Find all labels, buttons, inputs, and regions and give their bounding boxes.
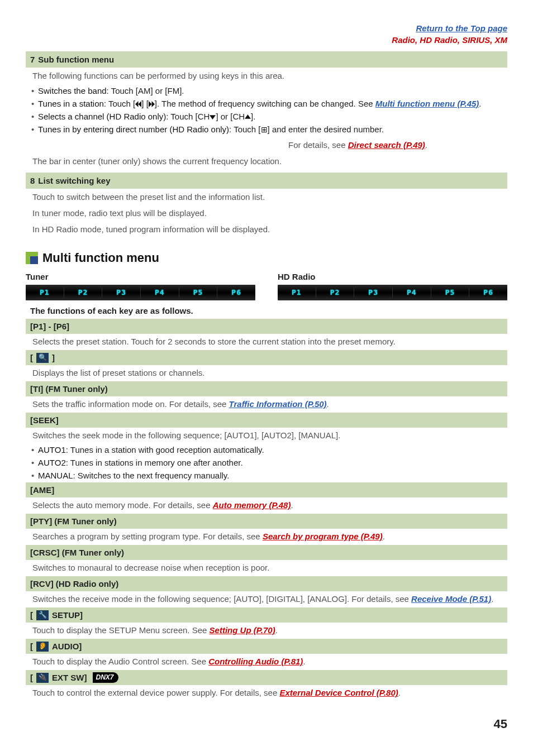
- key-setup-header: [🔧 SETUP]: [26, 607, 507, 623]
- bullet-direct-number: Tunes in by entering direct number (HD R…: [32, 123, 507, 136]
- section-7-list: Switches the band: Touch [AM] or [FM]. T…: [26, 85, 507, 109]
- plug-icon: 🔌: [36, 673, 49, 683]
- preset-p6[interactable]: P6: [469, 288, 507, 298]
- down-icon: [210, 112, 216, 121]
- dnx-badge: DNX7: [93, 672, 118, 683]
- key-ame-body: Selects the auto memory mode. For detail…: [26, 497, 507, 513]
- section-7-number: 7: [30, 55, 35, 64]
- key-rcv-body: Switches the receive mode in the followi…: [26, 591, 507, 606]
- section-8-title: List switching key: [38, 176, 110, 185]
- bullet-tune-station: Tunes in a station: Touch [] []. The met…: [32, 98, 507, 109]
- key-seek-list: AUTO1: Tunes in a station with good rece…: [26, 444, 507, 481]
- svg-marker-4: [210, 115, 216, 119]
- svg-marker-0: [135, 101, 139, 107]
- key-pty-body: Searches a program by setting program ty…: [26, 529, 507, 544]
- link-receive-mode[interactable]: Receive Mode (P.51): [411, 594, 491, 604]
- preset-p2[interactable]: P2: [64, 288, 102, 298]
- multi-function-heading: Multi function menu: [26, 250, 507, 267]
- text: ]. The method of frequency switching can…: [155, 99, 375, 108]
- key-rcv-header: [RCV] (HD Radio only): [26, 576, 507, 591]
- text: ] and enter the desired number.: [268, 125, 384, 134]
- key-audio-body: Touch to display the Audio Control scree…: [26, 654, 507, 669]
- key-seek-header: [SEEK]: [26, 413, 507, 428]
- section-7-list-cont: Selects a channel (HD Radio only): Touch…: [26, 111, 507, 136]
- section-8-l2: In tuner mode, radio text plus will be d…: [26, 205, 507, 221]
- link-traffic[interactable]: Traffic Information (P.50): [229, 399, 327, 409]
- link-pty[interactable]: Search by program type (P.49): [263, 532, 383, 541]
- svg-marker-2: [149, 101, 152, 107]
- seek-auto2: AUTO2: Tunes in stations in memory one a…: [32, 457, 507, 468]
- page-number: 45: [26, 716, 507, 733]
- ear-icon: 👂: [36, 642, 49, 652]
- heading-bullet-icon: [26, 252, 38, 264]
- keypad-icon: [261, 125, 268, 134]
- preset-p4[interactable]: P4: [140, 288, 179, 298]
- link-auto-memory[interactable]: Auto memory (P.48): [213, 500, 291, 510]
- bar-note: The bar in center (tuner only) shows the…: [26, 153, 507, 169]
- preset-p4[interactable]: P4: [392, 288, 431, 298]
- section-8-l3: In HD Radio mode, tuned program informat…: [26, 221, 507, 237]
- hd-label: HD Radio: [278, 271, 507, 283]
- multi-function-title: Multi function menu: [42, 250, 159, 267]
- section-8-l1: Touch to switch between the preset list …: [26, 189, 507, 205]
- hd-column: HD Radio P1 P2 P3 P4 P5 P6: [278, 271, 507, 300]
- preset-p3[interactable]: P3: [102, 288, 140, 298]
- direct-number-detail: For details, see Direct search (P.49).: [26, 137, 507, 153]
- label: Switches the band: [38, 86, 107, 95]
- key-audio-header: [👂 AUDIO]: [26, 639, 507, 654]
- link-direct-search[interactable]: Direct search (P.49): [348, 140, 425, 150]
- preset-p5[interactable]: P5: [179, 288, 217, 298]
- tuner-preset-bar: P1 P2 P3 P4 P5 P6: [26, 285, 255, 300]
- text: : Touch [AM] or [FM].: [107, 86, 184, 95]
- return-link[interactable]: Return to the Top page: [26, 22, 507, 34]
- label: Tunes in by entering direct number (HD R…: [38, 125, 229, 134]
- key-p1p6-body: Selects the preset station. Touch for 2 …: [26, 334, 507, 349]
- page-header: Return to the Top page Radio, HD Radio, …: [26, 22, 507, 46]
- preset-p3[interactable]: P3: [354, 288, 392, 298]
- section-7-title: Sub function menu: [38, 55, 114, 64]
- link-multi-function[interactable]: Multi function menu (P.45): [375, 99, 479, 108]
- link-controlling-audio[interactable]: Controlling Audio (P.81): [208, 657, 303, 666]
- key-crsc-body: Switches to monaural to decrease noise w…: [26, 560, 507, 575]
- label: Selects a channel (HD Radio only): [38, 112, 166, 121]
- text: : Touch [CH: [166, 112, 210, 121]
- section-8-number: 8: [30, 176, 35, 185]
- key-ext-body: Touch to control the external device pow…: [26, 685, 507, 700]
- text: ] [: [141, 99, 149, 108]
- text: : Touch [: [229, 125, 260, 134]
- key-search-body: Displays the list of preset stations or …: [26, 365, 507, 380]
- preset-p1[interactable]: P1: [278, 288, 316, 298]
- seek-manual: MANUAL: Switches to the next frequency m…: [32, 470, 507, 481]
- bullet-switch-band: Switches the band: Touch [AM] or [FM].: [32, 85, 507, 97]
- key-ti-body: Sets the traffic information mode on. Fo…: [26, 396, 507, 412]
- key-ame-header: [AME]: [26, 482, 507, 497]
- tuner-column: Tuner P1 P2 P3 P4 P5 P6: [26, 271, 255, 300]
- forward-icon: [149, 99, 155, 108]
- section-7-intro: The following functions can be performed…: [26, 68, 507, 84]
- link-external-device[interactable]: External Device Control (P.80): [279, 688, 398, 697]
- text: ] or [CH: [216, 112, 245, 121]
- preset-p2[interactable]: P2: [316, 288, 354, 298]
- bullet-select-channel: Selects a channel (HD Radio only): Touch…: [32, 111, 507, 122]
- rewind-icon: [135, 99, 141, 108]
- key-search-header: [🔍]: [26, 350, 507, 365]
- key-setup-body: Touch to display the SETUP Menu screen. …: [26, 623, 507, 638]
- key-crsc-header: [CRSC] (FM Tuner only): [26, 545, 507, 560]
- svg-marker-5: [245, 114, 251, 119]
- seek-auto1: AUTO1: Tunes in a station with good rece…: [32, 444, 507, 456]
- preset-p6[interactable]: P6: [217, 288, 255, 298]
- tuner-label: Tuner: [26, 271, 255, 283]
- key-seek-intro: Switches the seek mode in the following …: [26, 428, 507, 443]
- functions-note: The functions of each key are as follows…: [26, 305, 507, 317]
- key-pty-header: [PTY] (FM Tuner only): [26, 514, 507, 529]
- link-setting-up[interactable]: Setting Up (P.70): [210, 625, 275, 635]
- preset-p5[interactable]: P5: [431, 288, 469, 298]
- label: Tunes in a station: [38, 99, 104, 108]
- section-path: Radio, HD Radio, SIRIUS, XM: [392, 35, 507, 45]
- key-ext-header: [🔌 EXT SW]DNX7: [26, 670, 507, 685]
- text: ].: [251, 112, 255, 121]
- key-p1p6-header: [P1] - [P6]: [26, 319, 507, 334]
- preset-p1[interactable]: P1: [26, 288, 64, 298]
- preset-columns: Tuner P1 P2 P3 P4 P5 P6 HD Radio P1 P2 P…: [26, 271, 507, 300]
- search-icon: 🔍: [36, 353, 49, 363]
